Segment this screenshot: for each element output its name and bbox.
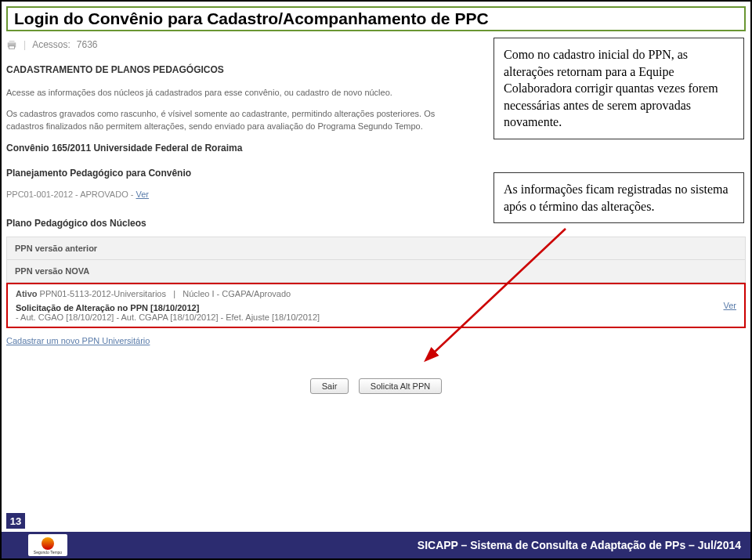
divider: |	[24, 39, 26, 50]
ver-link-ppc[interactable]: Ver	[136, 190, 149, 199]
svg-rect-2	[9, 46, 15, 49]
printer-icon[interactable]	[6, 39, 17, 50]
aut-line: - Aut. CGAO [18/10/2012] - Aut. CGAPA [1…	[16, 313, 736, 322]
svg-rect-1	[9, 41, 15, 44]
page-number: 13	[6, 513, 25, 529]
logo-circle-icon	[42, 537, 54, 550]
callout-box-1: Como no cadastro inicial do PPN, as alte…	[494, 38, 744, 139]
ativo-code: PPN01-5113-2012-Universitarios	[40, 289, 166, 298]
body-text-1: Acesse as informações dos núcleos já cad…	[6, 86, 453, 99]
footer-logo: Segundo Tempo	[28, 534, 67, 556]
access-count: 7636	[77, 39, 98, 50]
convenio-line: Convênio 165/2011 Universidade Federal d…	[6, 143, 746, 154]
version-anterior-row: PPN versão anterior	[7, 237, 745, 260]
solicita-alt-button[interactable]: Solicita Alt PPN	[359, 378, 442, 394]
highlight-box: Ativo PPN01-5113-2012-Universitarios | N…	[6, 283, 746, 328]
callout-box-2: As informações ficam registradas no sist…	[494, 172, 744, 223]
ativo-sep: |	[173, 289, 175, 298]
solic-line: Solicitação de Alteração no PPN [18/10/2…	[16, 303, 736, 313]
ppc-status-text: PPC01-001-2012 - APROVADO -	[6, 190, 133, 199]
page-title-box: Login do Convênio para Cadastro/Acompanh…	[6, 6, 746, 31]
ativo-line: Ativo PPN01-5113-2012-Universitarios | N…	[16, 289, 736, 298]
sair-button[interactable]: Sair	[310, 378, 349, 394]
access-label: Acessos:	[32, 39, 70, 50]
footer-bar: Segundo Tempo SICAPP – Sistema de Consul…	[2, 532, 750, 558]
page-title: Login do Convênio para Cadastro/Acompanh…	[14, 9, 489, 27]
footer-text: SICAPP – Sistema de Consulta e Adaptação…	[418, 539, 741, 551]
button-row: Sair Solicita Alt PPN	[6, 378, 746, 394]
logo-text: Segundo Tempo	[34, 550, 62, 555]
ver-link-ppn[interactable]: Ver	[723, 301, 736, 310]
body-text-2: Os cadastros gravados como rascunho, é v…	[6, 107, 453, 133]
version-nova-row: PPN versão NOVA	[7, 260, 745, 282]
version-boxes: PPN versão anterior PPN versão NOVA	[6, 237, 746, 283]
cadastrar-link[interactable]: Cadastrar um novo PPN Universitário	[6, 336, 150, 345]
ativo-nucleo: Núcleo I - CGAPA/Aprovado	[183, 289, 291, 298]
ativo-label: Ativo	[16, 289, 38, 298]
